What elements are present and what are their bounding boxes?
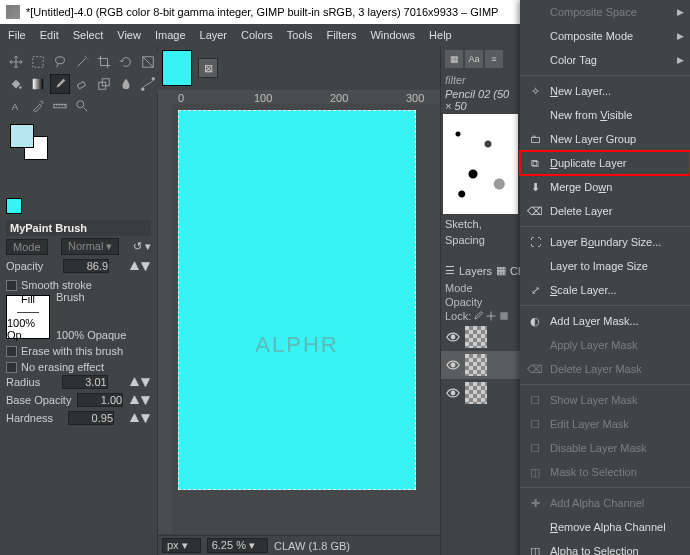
tool-options-title: MyPaint Brush [6,220,151,236]
menu-help[interactable]: Help [429,29,452,41]
ctx-alpha-to-sel[interactable]: ◫Alpha to Selection [520,539,690,555]
ctx-layer-to-image[interactable]: Layer to Image Size [520,254,690,278]
ctx-add-alpha[interactable]: ✚Add Alpha Channel [520,491,690,515]
paintbrush-tool-icon[interactable] [50,74,70,94]
warp-tool-icon[interactable] [138,52,158,72]
opaque-label: 100% Opaque [56,329,126,341]
layers-tab-icon[interactable]: ☰ [445,264,455,277]
crop-tool-icon[interactable] [94,52,114,72]
text-tool-icon[interactable]: A [6,96,26,116]
wand-tool-icon[interactable] [72,52,92,72]
layer-row[interactable] [441,323,520,351]
menu-tools[interactable]: Tools [287,29,313,41]
menu-file[interactable]: File [8,29,26,41]
menu-select[interactable]: Select [73,29,104,41]
checkbox-icon: ☐ [528,393,542,407]
close-tab-icon[interactable]: ⊠ [198,58,218,78]
canvas-area: ⊠ 0 100 200 300 ALPHR px ▾ 6.25 % ▾ CLAW… [158,46,440,555]
smooth-stroke-checkbox[interactable]: Smooth stroke [6,279,151,291]
canvas[interactable]: ALPHR [178,110,416,490]
color-swatches[interactable] [6,124,151,158]
ctx-edit-mask[interactable]: ☐Edit Layer Mask [520,412,690,436]
eye-icon[interactable] [445,358,461,372]
ctx-composite-mode[interactable]: Composite Mode▶ [520,24,690,48]
lock-position-icon[interactable] [485,310,497,322]
ctx-new-layer[interactable]: ✧New Layer... [520,79,690,103]
checkbox-icon: ☐ [528,441,542,455]
selection-icon: ◫ [528,465,542,479]
ruler-vertical [158,104,172,534]
eye-icon[interactable] [445,330,461,344]
resize-icon: ⛶ [528,235,542,249]
menu-windows[interactable]: Windows [370,29,415,41]
lock-alpha-icon[interactable] [498,310,510,322]
ctx-delete-layer[interactable]: ⌫Delete Layer [520,199,690,223]
gradient-tool-icon[interactable] [28,74,48,94]
active-color-swatch[interactable] [6,198,22,214]
layer-row[interactable] [441,379,520,407]
ctx-duplicate-layer[interactable]: ⧉Duplicate Layer [520,151,690,175]
opacity-label: Opacity [6,260,43,272]
lasso-tool-icon[interactable] [50,52,70,72]
eraser-tool-icon[interactable] [72,74,92,94]
clone-tool-icon[interactable] [94,74,114,94]
brush-grid[interactable] [443,114,518,214]
history-tab-icon[interactable]: ≡ [485,50,503,68]
ctx-disable-mask[interactable]: ☐Disable Layer Mask [520,436,690,460]
reset-icon[interactable]: ↺ ▾ [133,240,151,253]
radius-input[interactable] [62,375,108,389]
image-tab-thumb[interactable] [162,50,192,86]
spinner-icon[interactable]: ⯅⯆ [129,260,151,272]
menu-edit[interactable]: Edit [40,29,59,41]
ctx-apply-mask[interactable]: Apply Layer Mask [520,333,690,357]
brushes-tab-icon[interactable]: ▦ [445,50,463,68]
opacity-input[interactable] [63,259,109,273]
ctx-merge-down[interactable]: ⬇Merge Down [520,175,690,199]
ctx-composite-space[interactable]: Composite Space▶ [520,0,690,24]
ctx-mask-to-sel[interactable]: ◫Mask to Selection [520,460,690,484]
eye-icon[interactable] [445,386,461,400]
ctx-new-layer-group[interactable]: 🗀New Layer Group [520,127,690,151]
bucket-tool-icon[interactable] [6,74,26,94]
ctx-layer-boundary[interactable]: ⛶Layer Boundary Size... [520,230,690,254]
svg-rect-0 [33,57,44,68]
baseop-input[interactable] [77,393,123,407]
ctx-delete-mask[interactable]: ⌫Delete Layer Mask [520,357,690,381]
ctx-scale-layer[interactable]: ⤢Scale Layer... [520,278,690,302]
layers-label[interactable]: Layers [459,265,492,277]
measure-tool-icon[interactable] [50,96,70,116]
menu-layer[interactable]: Layer [200,29,228,41]
menu-filters[interactable]: Filters [327,29,357,41]
fonts-tab-icon[interactable]: Aa [465,50,483,68]
smudge-tool-icon[interactable] [116,74,136,94]
ctx-add-mask[interactable]: ◐Add Layer Mask... [520,309,690,333]
zoom-dropdown[interactable]: 6.25 % ▾ [207,538,268,553]
erase-checkbox[interactable]: Erase with this brush [6,345,151,357]
ctx-show-mask[interactable]: ☐Show Layer Mask [520,388,690,412]
noerase-checkbox[interactable]: No erasing effect [6,361,151,373]
channels-tab-icon[interactable]: ▦ [496,264,506,277]
layer-row[interactable] [441,351,520,379]
ctx-color-tag[interactable]: Color Tag▶ [520,48,690,72]
layer-thumb [465,354,487,376]
unit-dropdown[interactable]: px ▾ [162,538,201,553]
new-layer-icon: ✧ [528,84,542,98]
rect-select-tool-icon[interactable] [28,52,48,72]
ctx-new-from-visible[interactable]: New from Visible [520,103,690,127]
path-tool-icon[interactable] [138,74,158,94]
menu-view[interactable]: View [117,29,141,41]
ctx-remove-alpha[interactable]: Remove Alpha Channel [520,515,690,539]
hardness-input[interactable] [68,411,114,425]
lock-paint-icon[interactable] [472,310,484,322]
brush-label: Brush [56,291,126,303]
duplicate-icon: ⧉ [528,156,542,170]
fg-color-swatch[interactable] [10,124,34,148]
picker-tool-icon[interactable] [28,96,48,116]
move-tool-icon[interactable] [6,52,26,72]
rotate-tool-icon[interactable] [116,52,136,72]
menu-image[interactable]: Image [155,29,186,41]
zoom-tool-icon[interactable] [72,96,92,116]
brush-preview[interactable]: Fill——100% Op. [6,295,50,339]
menu-colors[interactable]: Colors [241,29,273,41]
mode-dropdown[interactable]: Normal ▾ [61,238,120,255]
